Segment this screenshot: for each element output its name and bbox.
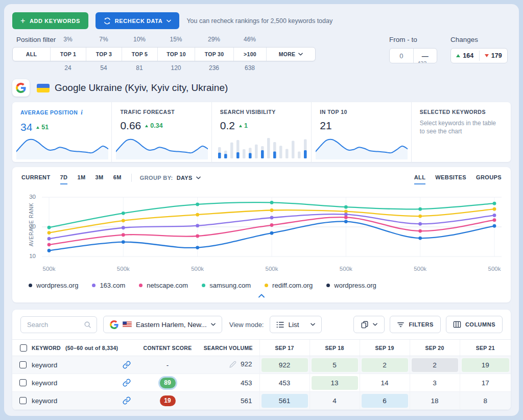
- legend-item-netscape-com[interactable]: netscape.com: [139, 282, 188, 289]
- metric-card-label-text: AVERAGE POSITION: [20, 109, 78, 115]
- date-header-sep-20[interactable]: SEP 20: [410, 340, 460, 356]
- period-tab-1m[interactable]: 1M: [77, 174, 85, 184]
- position-filter-tab-100[interactable]: >100: [234, 48, 267, 61]
- period-tab-7d[interactable]: 7D: [60, 174, 68, 184]
- position-filter-tab-top-30[interactable]: TOP 30: [195, 48, 234, 61]
- row-checkbox[interactable]: [19, 397, 27, 404]
- position-filter: Position filter 3%7%10%15%29%46% ALLTOP …: [12, 36, 316, 73]
- changes-down[interactable]: 179: [480, 49, 508, 63]
- recheck-note: You can recheck rankings for 2,500 keywo…: [186, 17, 332, 25]
- link-icon[interactable]: [123, 361, 131, 369]
- search-input[interactable]: [26, 320, 84, 329]
- metric-card-delta: 0.34: [145, 122, 162, 129]
- from-value[interactable]: 0: [390, 49, 413, 63]
- list-icon: [276, 321, 284, 328]
- ukraine-flag-icon: [37, 84, 50, 92]
- link-icon[interactable]: [123, 379, 131, 387]
- metric-card-delta: 51: [36, 124, 49, 131]
- metric-card-search-visibility[interactable]: SEARCH VISIBILITY0.21: [212, 102, 312, 162]
- position-filter-tab-top-3[interactable]: TOP 3: [86, 48, 122, 61]
- pencil-icon[interactable]: [229, 361, 236, 368]
- position-filter-tab-more[interactable]: MORE: [267, 48, 315, 61]
- position-filter-percent-row: Position filter 3%7%10%15%29%46%: [12, 36, 316, 44]
- legend-item-rediff-com-org[interactable]: rediff.com.org: [265, 282, 313, 289]
- legend-label: wordpress.org: [334, 282, 376, 289]
- scope-tab-websites[interactable]: WEBSITES: [435, 174, 466, 184]
- keywords-table: KEYWORD (50–60 out of 8,334) CONTENT SCO…: [12, 339, 511, 410]
- to-value: 432: [417, 60, 426, 63]
- date-header-sep-17[interactable]: SEP 17: [259, 340, 310, 356]
- period-tab-3m[interactable]: 3M: [96, 174, 104, 184]
- position-filter-count: [266, 64, 315, 73]
- scope-tab-groups[interactable]: GROUPS: [476, 174, 502, 184]
- position-filter-tab-top-5[interactable]: TOP 5: [122, 48, 158, 61]
- rank-cell-sep-21: 19: [460, 356, 511, 374]
- metric-card-average-position[interactable]: AVERAGE POSITIONi3451: [12, 102, 112, 162]
- add-keywords-label: ADD KEYWORDS: [30, 18, 80, 24]
- position-filter-tab-all[interactable]: ALL: [13, 48, 51, 61]
- date-header-sep-18[interactable]: SEP 18: [310, 340, 360, 356]
- x-tick-label: 500k: [335, 266, 357, 272]
- from-to-input[interactable]: 0 — 432: [389, 48, 437, 63]
- content-score-badge[interactable]: 89: [160, 378, 176, 388]
- group-by-dropdown[interactable]: GROUP BY: DAYS: [140, 175, 201, 184]
- metric-card-label: SEARCH VISIBILITY: [220, 109, 303, 115]
- scope-tab-all[interactable]: ALL: [414, 174, 426, 184]
- legend-dot: [92, 284, 96, 287]
- legend-item-wordpress-org[interactable]: wordpress.org: [326, 282, 376, 289]
- metric-card-note: Select keywords in the table to see the …: [420, 119, 503, 135]
- rank-cell-sep-17: 561: [259, 392, 310, 410]
- legend-item-samsung-com[interactable]: samsung.com: [202, 282, 251, 289]
- row-checkbox[interactable]: [19, 361, 27, 368]
- changes-up-value: 164: [463, 52, 473, 59]
- metric-card-value-row: 0.660.34: [120, 120, 203, 132]
- recheck-data-button[interactable]: RECHECK DATA: [96, 12, 180, 29]
- chevron-up-icon: [258, 294, 265, 298]
- metric-card-delta-value: 0.34: [150, 122, 162, 129]
- row-checkbox[interactable]: [19, 379, 27, 386]
- legend-label: 163.com: [100, 282, 125, 289]
- sparkline-chart: [116, 136, 208, 159]
- copy-dropdown-button[interactable]: [353, 316, 385, 333]
- link-icon[interactable]: [123, 396, 131, 405]
- period-tab-6m[interactable]: 6M: [113, 174, 122, 184]
- y-tick-label: 30: [25, 194, 36, 200]
- position-filter-tab-top-1[interactable]: TOP 1: [51, 48, 86, 61]
- content-score-badge[interactable]: 19: [160, 395, 176, 406]
- sparkline-chart: [16, 136, 108, 159]
- search-volume-header[interactable]: SEARCH VOLUME: [197, 340, 259, 356]
- metric-card-selected-keywords[interactable]: SELECTED KEYWORDSSelect keywords in the …: [412, 102, 511, 162]
- location-dropdown[interactable]: Eastern Harlem, New...: [103, 316, 222, 333]
- rank-cell-sep-20: 18: [410, 392, 460, 410]
- position-filter-count: 24: [50, 64, 86, 73]
- search-icon: [84, 321, 91, 329]
- position-filter-tab-top-10[interactable]: TOP 10: [158, 48, 195, 61]
- rank-cell-sep-18: 13: [310, 374, 360, 392]
- date-header-sep-21[interactable]: SEP 21: [460, 340, 511, 356]
- collapse-chart-button[interactable]: [21, 289, 502, 300]
- rank-value: 3: [412, 376, 458, 390]
- view-mode-dropdown[interactable]: List: [270, 316, 321, 333]
- content-score-header[interactable]: CONTENT SCORE: [138, 340, 197, 356]
- changes-up[interactable]: 164: [451, 49, 479, 63]
- filters-label: FILTERS: [409, 321, 434, 328]
- add-keywords-button[interactable]: + ADD KEYWORDS: [12, 12, 88, 29]
- date-header-sep-19[interactable]: SEP 19: [360, 340, 410, 356]
- position-filter-section: Position filter 3%7%10%15%29%46% ALLTOP …: [12, 36, 511, 73]
- legend-item-wordpress-org[interactable]: wordpress.org: [29, 282, 78, 289]
- columns-icon: [453, 321, 461, 328]
- select-all-checkbox[interactable]: [20, 344, 27, 352]
- metric-card-trafic-forecast[interactable]: TRAFIC FORECAST0.660.34: [112, 102, 211, 162]
- period-tab-current[interactable]: CURRENT: [21, 174, 51, 184]
- position-filter-count: 81: [122, 64, 157, 73]
- metric-card-label: SELECTED KEYWORDS: [420, 109, 503, 115]
- metric-card-value: 0.66: [120, 120, 141, 132]
- legend-label: rediff.com.org: [272, 282, 313, 289]
- columns-button[interactable]: COLUMNS: [446, 316, 503, 333]
- metric-card-in-top-10[interactable]: IN TOP 1021: [312, 102, 411, 162]
- filters-button[interactable]: FILTERS: [390, 316, 441, 333]
- rank-cell-sep-21: 17: [460, 374, 511, 392]
- x-tick-label: 500k: [186, 266, 209, 272]
- content-score-value: -: [167, 361, 169, 369]
- legend-item-163-com[interactable]: 163.com: [92, 282, 125, 289]
